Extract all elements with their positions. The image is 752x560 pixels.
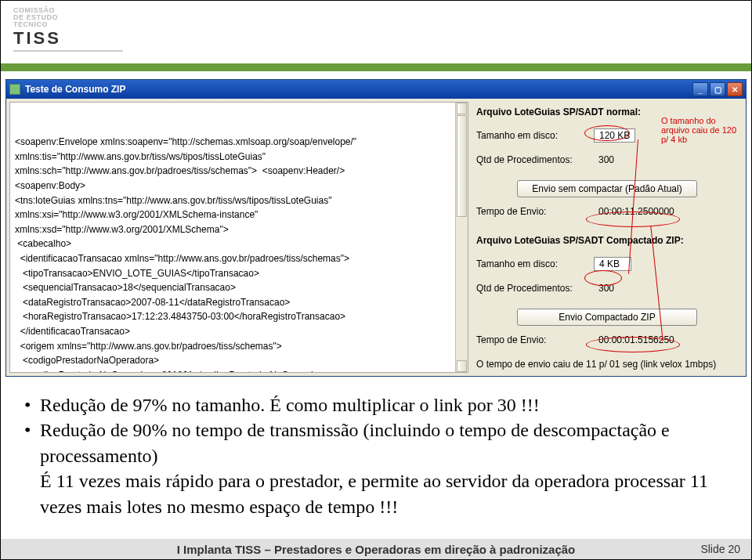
circle-4kb — [584, 270, 622, 286]
window-title: Teste de Consumo ZIP — [25, 84, 125, 95]
minimize-button[interactable]: _ — [692, 82, 708, 96]
send-uncompressed-button[interactable]: Envio sem compactar (Padão Atual) — [517, 180, 697, 197]
tempo-label-1: Tempo de Envio: — [476, 206, 594, 217]
bullet-1: Redução de 97% no tamanho. É como multip… — [24, 392, 728, 417]
disk-label-2: Tamanho em disco: — [476, 258, 594, 269]
logo-divider — [13, 50, 123, 52]
logo-main: TISS — [13, 28, 123, 49]
logo-line-3: TÉCNICO — [13, 21, 123, 28]
circle-120kb — [584, 125, 630, 141]
circle-tempo2 — [586, 337, 680, 352]
qtd-label-1: Qtd de Procedimentos: — [476, 154, 594, 165]
disk-value-2: 4 KB — [594, 257, 631, 271]
logo-block: COMISSÃO DE ESTUDO TÉCNICO TISS — [13, 7, 123, 52]
window-body: <soapenv:Envelope xmlns:soapenv="http://… — [6, 99, 746, 376]
scroll-thumb[interactable] — [457, 115, 467, 217]
footer: I Implanta TISS – Prestadores e Operador… — [1, 539, 751, 559]
maximize-button[interactable]: ▢ — [710, 82, 725, 96]
qtd-label-2: Qtd de Procedimentos: — [476, 283, 594, 294]
scrollbar[interactable] — [455, 103, 468, 372]
xml-content: <soapenv:Envelope xmlns:soapenv="http://… — [15, 135, 463, 373]
disk-label-1: Tamanho em disco: — [476, 130, 594, 141]
slide-number: Slide 20 — [700, 543, 740, 555]
tempo-label-2: Tempo de Envio: — [476, 334, 594, 345]
bullet-2: Redução de 90% no tempo de transmissão (… — [24, 417, 728, 519]
bottom-note: O tempo de envio caiu de 11 p/ 01 seg (l… — [476, 359, 739, 370]
annotation-size: O tamanho do arquivo caiu de 120 p/ 4 kb — [661, 116, 739, 144]
circle-tempo1 — [586, 211, 680, 227]
footer-text: I Implanta TISS – Prestadores e Operador… — [177, 543, 576, 556]
window: Teste de Consumo ZIP _ ▢ ✕ <soapenv:Enve… — [5, 79, 747, 377]
xml-pane[interactable]: <soapenv:Envelope xmlns:soapenv="http://… — [9, 102, 468, 373]
close-button[interactable]: ✕ — [727, 82, 743, 96]
send-zip-button[interactable]: Envio Compactado ZIP — [517, 309, 697, 326]
titlebar: Teste de Consumo ZIP _ ▢ ✕ — [6, 80, 746, 99]
right-pane: Arquivo LoteGuias SP/SADT normal: Tamanh… — [468, 102, 743, 373]
qtd-value-1: 300 — [594, 154, 631, 166]
bullet-block: Redução de 97% no tamanho. É como multip… — [24, 392, 728, 519]
scroll-up-arrow[interactable] — [457, 103, 467, 114]
section2-title: Arquivo LoteGuias SP/SADT Compactado ZIP… — [476, 235, 738, 246]
slide-header: COMISSÃO DE ESTUDO TÉCNICO TISS — [1, 1, 751, 63]
app-icon — [9, 84, 20, 95]
scroll-down-arrow[interactable] — [457, 360, 467, 372]
green-divider — [1, 63, 751, 71]
